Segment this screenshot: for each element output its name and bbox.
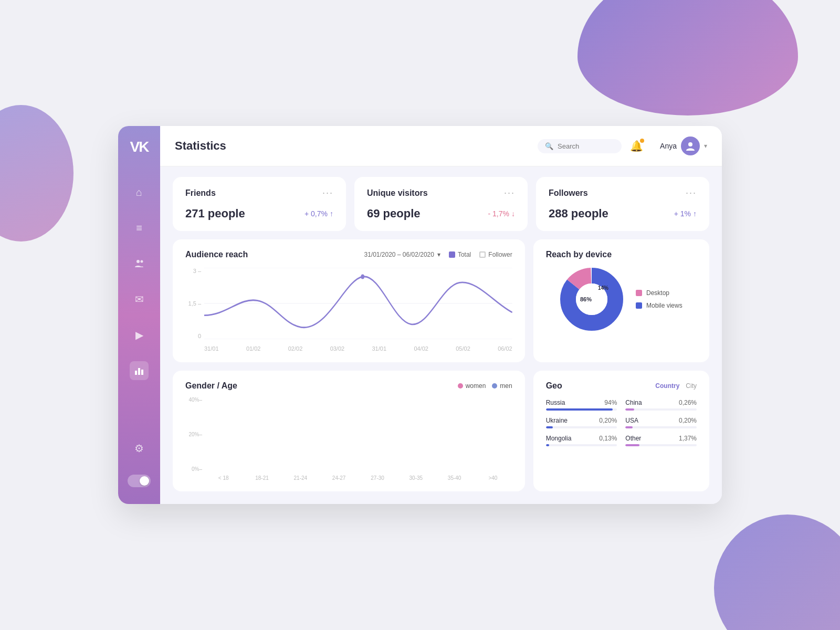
stat-card-followers-value: 288 people xyxy=(549,207,608,220)
geo-right-col: China 0,26% USA 0,20% xyxy=(625,399,697,453)
svg-point-1 xyxy=(141,260,143,263)
main-content: Statistics 🔍 🔔 Anya ▾ xyxy=(160,126,722,504)
geo-bar-ukraine xyxy=(546,426,553,428)
search-container: 🔍 xyxy=(538,139,622,153)
legend-women-dot xyxy=(458,383,463,388)
geo-title: Geo xyxy=(546,381,562,391)
sidebar-item-list[interactable]: ≡ xyxy=(130,218,149,237)
gender-age-card: Gender / Age women men xyxy=(173,371,525,491)
sidebar-item-play[interactable]: ▶ xyxy=(130,326,149,344)
geo-bar-other xyxy=(625,444,639,446)
bar-x-labels: < 18 18-21 21-24 24-27 27-30 30-35 35-40… xyxy=(185,475,512,481)
stat-card-visitors-menu[interactable]: ··· xyxy=(504,187,515,198)
geo-pct-ukraine: 0,20% xyxy=(599,417,617,424)
geo-item-usa: USA 0,20% xyxy=(625,417,697,428)
user-name: Anya xyxy=(660,142,677,150)
geo-pct-usa: 0,20% xyxy=(679,417,697,424)
stat-card-friends-title: Friends xyxy=(185,188,216,198)
stat-card-followers-change: + 1% ↑ xyxy=(674,209,697,218)
legend-men-dot xyxy=(492,383,497,388)
geo-country-mongolia: Mongolia xyxy=(546,435,572,442)
geo-tab-country[interactable]: Country xyxy=(655,382,679,390)
vk-logo: VK xyxy=(130,139,149,155)
dark-mode-toggle[interactable] xyxy=(128,475,151,487)
stat-card-visitors-value: 69 people xyxy=(367,207,420,220)
svg-rect-2 xyxy=(135,371,137,375)
geo-item-russia: Russia 94% xyxy=(546,399,617,411)
gender-age-title: Gender / Age xyxy=(185,381,237,391)
legend-desktop-dot xyxy=(636,290,642,296)
sidebar-item-home[interactable]: ⌂ xyxy=(130,183,149,202)
x-label-2730: 27-30 xyxy=(358,475,396,481)
sidebar-item-mail[interactable]: ✉ xyxy=(130,290,149,309)
charts-row: Audience reach 31/01/2020 – 06/02/2020 ▾… xyxy=(173,239,709,362)
geo-pct-russia: 94% xyxy=(604,399,617,406)
geo-bar-usa xyxy=(625,426,633,428)
geo-item-china: China 0,26% xyxy=(625,399,697,411)
audience-reach-title: Audience reach xyxy=(185,250,248,259)
svg-rect-3 xyxy=(138,368,140,375)
geo-country-china: China xyxy=(625,399,642,406)
bg-blob-top xyxy=(578,0,798,116)
content-area: Friends ··· 271 people + 0,7% ↑ Unique v… xyxy=(160,166,722,504)
legend-desktop-label: Desktop xyxy=(646,289,669,297)
chevron-down-icon: ▾ xyxy=(437,251,440,258)
sidebar: VK ⌂ ≡ ✉ ▶ ⚙ xyxy=(118,126,160,504)
user-avatar xyxy=(681,136,700,155)
geo-country-ukraine: Ukraine xyxy=(546,417,568,424)
line-chart: 3 – 1,5 – 0 xyxy=(185,268,512,352)
geo-bar-mongolia xyxy=(546,444,550,446)
sidebar-item-chart[interactable] xyxy=(130,361,149,380)
stat-card-followers: Followers ··· 288 people + 1% ↑ xyxy=(536,177,709,231)
geo-bar-china xyxy=(625,408,634,411)
stat-card-followers-menu[interactable]: ··· xyxy=(686,187,697,198)
legend-women-label: women xyxy=(466,382,486,390)
geo-tab-city[interactable]: City xyxy=(686,382,697,390)
notification-bell[interactable]: 🔔 xyxy=(630,140,643,152)
geo-country-usa: USA xyxy=(625,417,638,424)
bg-blob-bottom-right xyxy=(714,514,840,630)
geo-item-ukraine: Ukraine 0,20% xyxy=(546,417,617,428)
toggle-knob xyxy=(140,476,149,486)
reach-by-device-card: Reach by device 86% 14% xyxy=(533,239,709,362)
pie-chart: 86% 14% xyxy=(560,268,623,331)
geo-data-row: Russia 94% Ukraine 0,20% xyxy=(546,399,697,453)
x-label-2124: 21-24 xyxy=(281,475,320,481)
search-input[interactable] xyxy=(558,142,614,150)
geo-card: Geo Country City Russia 94% xyxy=(533,371,709,491)
chart-area xyxy=(204,268,512,339)
reach-by-device-title: Reach by device xyxy=(546,250,612,259)
stat-card-visitors-change: - 1,7% ↓ xyxy=(488,209,515,218)
legend-mobile: Mobile views xyxy=(636,302,682,309)
legend-total-dot xyxy=(449,251,455,258)
bar-chart-area: 40%– 20%– 0%– xyxy=(185,397,512,472)
legend-follower-label: Follower xyxy=(488,251,512,258)
legend-total: Total xyxy=(449,251,471,258)
legend-mobile-dot xyxy=(636,302,642,309)
x-label-lt18: < 18 xyxy=(204,475,243,481)
stat-card-friends-change: + 0,7% ↑ xyxy=(304,209,333,218)
legend-follower-dot xyxy=(479,251,486,258)
sidebar-item-users[interactable] xyxy=(130,254,149,273)
svg-rect-4 xyxy=(141,370,143,375)
user-menu[interactable]: Anya ▾ xyxy=(660,136,707,155)
geo-left-col: Russia 94% Ukraine 0,20% xyxy=(546,399,617,453)
stat-card-visitors-title: Unique visitors xyxy=(367,188,428,198)
geo-item-other: Other 1,37% xyxy=(625,435,697,446)
svg-text:14%: 14% xyxy=(598,285,608,291)
stat-card-friends: Friends ··· 271 people + 0,7% ↑ xyxy=(173,177,346,231)
x-label-3540: 35-40 xyxy=(435,475,474,481)
bar-chart-header: Gender / Age women men xyxy=(185,381,512,391)
geo-pct-china: 0,26% xyxy=(679,399,697,406)
sidebar-item-settings[interactable]: ⚙ xyxy=(130,439,149,458)
geo-pct-mongolia: 0,13% xyxy=(599,435,617,442)
chart-y-labels: 3 – 1,5 – 0 xyxy=(185,268,201,339)
bar-legend: women men xyxy=(458,382,512,390)
legend-men-label: men xyxy=(500,382,512,390)
x-label-1821: 18-21 xyxy=(243,475,281,481)
bottom-row: Gender / Age women men xyxy=(173,371,709,491)
legend-women: women xyxy=(458,382,486,390)
legend-follower: Follower xyxy=(479,251,512,258)
date-range-picker[interactable]: 31/01/2020 – 06/02/2020 ▾ xyxy=(364,251,440,258)
stat-card-friends-menu[interactable]: ··· xyxy=(322,187,333,198)
